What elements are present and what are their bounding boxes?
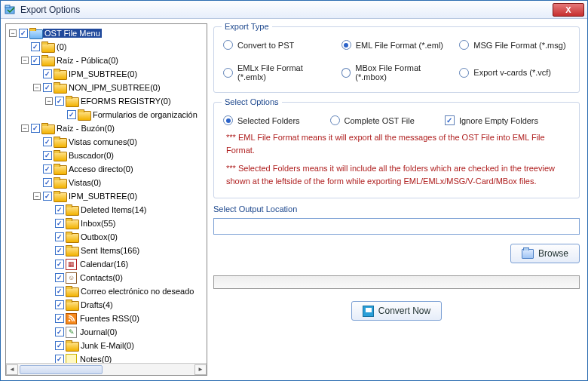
tree-node[interactable]: ✓Sent Items(166) bbox=[45, 244, 207, 257]
folder-icon bbox=[66, 300, 78, 310]
close-icon: X bbox=[565, 5, 571, 14]
output-location-input[interactable] bbox=[213, 218, 580, 235]
folder-icon bbox=[66, 232, 78, 242]
radio-label: Convert to PST bbox=[237, 41, 294, 50]
folder-tree-panel[interactable]: − ✓ OST File Menu ✓(0) −✓Raíz - Pública(… bbox=[5, 23, 207, 376]
folder-icon bbox=[54, 82, 66, 93]
rss-icon bbox=[66, 313, 77, 324]
export-type-legend: Export Type bbox=[222, 22, 272, 31]
tree-node[interactable]: −✓NON_IPM_SUBTREE(0) bbox=[33, 81, 207, 94]
window-title: Export Options bbox=[20, 5, 553, 15]
tree-node[interactable]: ✓Correo electrónico no deseado bbox=[45, 284, 207, 298]
tree-node[interactable]: −✓IPM_SUBTREE(0) bbox=[33, 189, 207, 203]
radio-icon bbox=[341, 68, 351, 78]
collapse-icon[interactable]: − bbox=[9, 29, 17, 37]
radio-label: Export v-cards (*.vcf) bbox=[473, 68, 551, 77]
radio-export-type-2[interactable]: MSG File Format (*.msg) bbox=[459, 40, 570, 50]
tree-node[interactable]: ✓(0) bbox=[21, 40, 207, 54]
titlebar: Export Options X bbox=[1, 1, 587, 19]
radio-icon bbox=[341, 40, 351, 50]
radio-label: MBox File Format (*.mbox) bbox=[355, 63, 452, 81]
checkbox-label: Ignore Empty Folders bbox=[459, 116, 538, 125]
folder-icon bbox=[78, 109, 90, 120]
hint-eml: *** EML File Format means it will export… bbox=[222, 128, 571, 159]
radio-export-type-0[interactable]: Convert to PST bbox=[223, 40, 334, 50]
contacts-icon: ☺ bbox=[66, 272, 77, 284]
tree-node[interactable]: ✓Vistas comunes(0) bbox=[33, 135, 207, 149]
checkbox-icon[interactable]: ✓ bbox=[19, 29, 28, 38]
radio-export-type-5[interactable]: Export v-cards (*.vcf) bbox=[459, 63, 570, 81]
folder-icon bbox=[54, 177, 66, 188]
radio-icon bbox=[223, 115, 233, 125]
folder-open-icon bbox=[522, 249, 534, 259]
scroll-right-icon[interactable]: ► bbox=[194, 364, 207, 375]
horizontal-scrollbar[interactable]: ◄ ► bbox=[6, 363, 207, 375]
radio-label: Complete OST File bbox=[345, 116, 415, 125]
output-location-label: Select Output Location bbox=[213, 204, 580, 214]
scroll-left-icon[interactable]: ◄ bbox=[6, 364, 18, 375]
convert-label: Convert Now bbox=[378, 306, 430, 316]
export-type-group: Export Type Convert to PSTEML File Forma… bbox=[213, 22, 580, 93]
tree-node[interactable]: ✓Inbox(55) bbox=[45, 217, 207, 230]
checkbox-ignore-empty[interactable]: ✓ Ignore Empty Folders bbox=[445, 115, 538, 125]
tree-node[interactable]: ✓Deleted Items(14) bbox=[45, 203, 207, 217]
radio-label: EMLx File Format (*.emlx) bbox=[237, 63, 334, 81]
radio-label: MSG File Format (*.msg) bbox=[473, 41, 565, 50]
calendar-icon: ▦ bbox=[66, 259, 77, 270]
tree-node[interactable]: ✓✎Journal(0) bbox=[45, 325, 207, 339]
radio-export-type-3[interactable]: EMLx File Format (*.emlx) bbox=[223, 63, 334, 81]
close-button[interactable]: X bbox=[553, 3, 584, 17]
tree-node[interactable]: −✓Raíz - Pública(0) bbox=[21, 54, 207, 67]
scroll-thumb[interactable] bbox=[20, 365, 103, 374]
select-options-group: Select Options Selected Folders Complete… bbox=[213, 97, 580, 198]
tree-node[interactable]: ✓Fuentes RSS(0) bbox=[45, 312, 207, 325]
tree-node[interactable]: ✓Acceso directo(0) bbox=[33, 162, 207, 176]
folder-icon bbox=[66, 340, 78, 351]
radio-label: Selected Folders bbox=[237, 116, 300, 125]
save-icon bbox=[363, 306, 374, 317]
tree-node[interactable]: ✓Buscador(0) bbox=[33, 149, 207, 162]
tree-node[interactable]: −✓Raíz - Buzón(0) bbox=[21, 121, 207, 135]
tree-node[interactable]: ✓Vistas(0) bbox=[33, 176, 207, 189]
export-options-window: Export Options X − ✓ OST File Menu bbox=[0, 0, 588, 381]
folder-icon bbox=[66, 286, 78, 297]
hint-selected: *** Selected Folders means it will inclu… bbox=[222, 159, 571, 190]
radio-icon bbox=[459, 40, 469, 50]
folder-icon bbox=[54, 150, 66, 161]
browse-label: Browse bbox=[538, 248, 568, 259]
tree-node[interactable]: ✓▦Calendar(16) bbox=[45, 257, 207, 271]
tree-node[interactable]: ✓☺Contacts(0) bbox=[45, 271, 207, 284]
svg-rect-1 bbox=[5, 5, 10, 8]
scroll-track[interactable] bbox=[18, 364, 194, 375]
right-panel: Export Type Convert to PSTEML File Forma… bbox=[212, 19, 587, 380]
radio-icon bbox=[223, 68, 233, 78]
browse-button[interactable]: Browse bbox=[510, 244, 580, 263]
folder-icon bbox=[41, 41, 54, 52]
tree-node[interactable]: ✓Drafts(4) bbox=[45, 298, 207, 312]
radio-complete-ost[interactable]: Complete OST File bbox=[330, 115, 415, 125]
convert-now-button[interactable]: Convert Now bbox=[351, 301, 442, 321]
folder-icon bbox=[54, 69, 66, 79]
folder-icon bbox=[29, 28, 41, 38]
radio-selected-folders[interactable]: Selected Folders bbox=[223, 115, 300, 125]
tree-node-root[interactable]: − ✓ OST File Menu bbox=[9, 26, 207, 40]
radio-export-type-4[interactable]: MBox File Format (*.mbox) bbox=[341, 63, 452, 81]
folder-icon bbox=[54, 191, 66, 201]
progress-bar bbox=[213, 275, 580, 289]
app-icon bbox=[4, 4, 16, 16]
tree-node[interactable]: ✓Outbox(0) bbox=[45, 230, 207, 244]
folder-icon bbox=[66, 245, 78, 256]
radio-icon bbox=[223, 40, 233, 50]
tree-node[interactable]: ✓Junk E-Mail(0) bbox=[45, 339, 207, 352]
tree-node[interactable]: −✓EFORMS REGISTRY(0) bbox=[45, 94, 207, 108]
node-label: OST File Menu bbox=[43, 29, 102, 38]
folder-icon bbox=[41, 123, 54, 134]
folder-icon bbox=[54, 137, 66, 147]
folder-icon bbox=[66, 96, 78, 106]
tree-node[interactable]: ✓Formularios de organización bbox=[57, 108, 207, 121]
radio-export-type-1[interactable]: EML File Format (*.eml) bbox=[341, 40, 452, 50]
folder-icon bbox=[66, 218, 78, 229]
svg-point-2 bbox=[69, 319, 71, 321]
tree-node[interactable]: ✓IPM_SUBTREE(0) bbox=[33, 67, 207, 81]
folder-icon bbox=[41, 55, 54, 66]
